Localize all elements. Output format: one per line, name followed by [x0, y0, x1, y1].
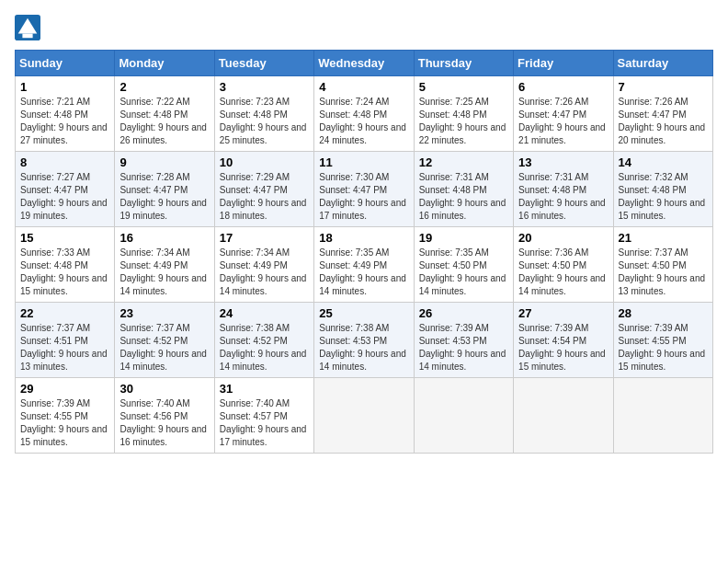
- day-number: 25: [319, 306, 408, 320]
- logo-icon: [15, 15, 40, 40]
- day-info: Sunrise: 7:23 AM Sunset: 4:48 PM Dayligh…: [220, 96, 309, 147]
- calendar-cell: 19 Sunrise: 7:35 AM Sunset: 4:50 PM Dayl…: [414, 227, 513, 303]
- day-info: Sunrise: 7:29 AM Sunset: 4:47 PM Dayligh…: [220, 171, 309, 223]
- calendar-header-row: SundayMondayTuesdayWednesdayThursdayFrid…: [16, 51, 713, 76]
- calendar-cell: 16 Sunrise: 7:34 AM Sunset: 4:49 PM Dayl…: [115, 227, 214, 303]
- header-monday: Monday: [115, 51, 214, 76]
- day-number: 20: [518, 231, 608, 245]
- day-number: 2: [119, 80, 209, 94]
- day-number: 18: [319, 231, 408, 245]
- day-info: Sunrise: 7:31 AM Sunset: 4:48 PM Dayligh…: [518, 171, 608, 223]
- day-info: Sunrise: 7:25 AM Sunset: 4:48 PM Dayligh…: [419, 96, 508, 147]
- day-info: Sunrise: 7:38 AM Sunset: 4:52 PM Dayligh…: [220, 322, 309, 373]
- header-friday: Friday: [514, 51, 613, 76]
- day-info: Sunrise: 7:31 AM Sunset: 4:48 PM Dayligh…: [419, 171, 508, 223]
- logo: [15, 15, 44, 40]
- day-number: 7: [619, 80, 708, 94]
- day-number: 9: [119, 155, 209, 169]
- calendar-cell: 3 Sunrise: 7:23 AM Sunset: 4:48 PM Dayli…: [214, 76, 313, 152]
- day-number: 23: [119, 306, 209, 320]
- day-info: Sunrise: 7:36 AM Sunset: 4:50 PM Dayligh…: [518, 247, 608, 298]
- calendar-cell: 6 Sunrise: 7:26 AM Sunset: 4:47 PM Dayli…: [514, 76, 613, 152]
- day-info: Sunrise: 7:22 AM Sunset: 4:48 PM Dayligh…: [119, 96, 209, 147]
- day-number: 30: [119, 382, 209, 396]
- calendar-cell: 4 Sunrise: 7:24 AM Sunset: 4:48 PM Dayli…: [314, 76, 414, 152]
- calendar-cell: 7 Sunrise: 7:26 AM Sunset: 4:47 PM Dayli…: [613, 76, 712, 152]
- day-info: Sunrise: 7:26 AM Sunset: 4:47 PM Dayligh…: [518, 96, 608, 147]
- calendar-week-2: 8 Sunrise: 7:27 AM Sunset: 4:47 PM Dayli…: [16, 152, 713, 227]
- day-info: Sunrise: 7:37 AM Sunset: 4:52 PM Dayligh…: [119, 322, 209, 373]
- day-number: 28: [619, 306, 708, 320]
- calendar-cell: 30 Sunrise: 7:40 AM Sunset: 4:56 PM Dayl…: [115, 378, 214, 454]
- day-number: 29: [20, 382, 109, 396]
- calendar-cell: 15 Sunrise: 7:33 AM Sunset: 4:48 PM Dayl…: [16, 227, 115, 303]
- day-number: 19: [419, 231, 508, 245]
- svg-rect-2: [22, 34, 32, 39]
- calendar-week-1: 1 Sunrise: 7:21 AM Sunset: 4:48 PM Dayli…: [16, 76, 713, 152]
- day-info: Sunrise: 7:34 AM Sunset: 4:49 PM Dayligh…: [119, 247, 209, 298]
- day-number: 22: [20, 306, 109, 320]
- calendar-cell: [514, 378, 613, 454]
- calendar-week-3: 15 Sunrise: 7:33 AM Sunset: 4:48 PM Dayl…: [16, 227, 713, 303]
- day-number: 6: [518, 80, 608, 94]
- day-info: Sunrise: 7:32 AM Sunset: 4:48 PM Dayligh…: [619, 171, 708, 223]
- calendar-cell: 27 Sunrise: 7:39 AM Sunset: 4:54 PM Dayl…: [514, 303, 613, 378]
- day-info: Sunrise: 7:21 AM Sunset: 4:48 PM Dayligh…: [20, 96, 109, 147]
- calendar-cell: [613, 378, 712, 454]
- calendar-week-4: 22 Sunrise: 7:37 AM Sunset: 4:51 PM Dayl…: [16, 303, 713, 378]
- calendar-cell: 5 Sunrise: 7:25 AM Sunset: 4:48 PM Dayli…: [414, 76, 513, 152]
- day-info: Sunrise: 7:26 AM Sunset: 4:47 PM Dayligh…: [619, 96, 708, 147]
- day-number: 13: [518, 155, 608, 169]
- day-info: Sunrise: 7:38 AM Sunset: 4:53 PM Dayligh…: [319, 322, 408, 373]
- calendar-cell: 24 Sunrise: 7:38 AM Sunset: 4:52 PM Dayl…: [214, 303, 313, 378]
- day-info: Sunrise: 7:39 AM Sunset: 4:55 PM Dayligh…: [20, 397, 109, 449]
- day-info: Sunrise: 7:39 AM Sunset: 4:55 PM Dayligh…: [619, 322, 708, 373]
- day-info: Sunrise: 7:24 AM Sunset: 4:48 PM Dayligh…: [319, 96, 408, 147]
- page-header: [15, 15, 713, 40]
- day-number: 14: [619, 155, 708, 169]
- calendar-cell: 26 Sunrise: 7:39 AM Sunset: 4:53 PM Dayl…: [414, 303, 513, 378]
- day-number: 21: [619, 231, 708, 245]
- calendar-cell: 10 Sunrise: 7:29 AM Sunset: 4:47 PM Dayl…: [214, 152, 313, 227]
- day-info: Sunrise: 7:39 AM Sunset: 4:54 PM Dayligh…: [518, 322, 608, 373]
- day-number: 1: [20, 80, 109, 94]
- day-number: 15: [20, 231, 109, 245]
- calendar-cell: 2 Sunrise: 7:22 AM Sunset: 4:48 PM Dayli…: [115, 76, 214, 152]
- day-number: 3: [220, 80, 309, 94]
- calendar-cell: 14 Sunrise: 7:32 AM Sunset: 4:48 PM Dayl…: [613, 152, 712, 227]
- day-info: Sunrise: 7:40 AM Sunset: 4:57 PM Dayligh…: [220, 397, 309, 449]
- calendar-cell: 28 Sunrise: 7:39 AM Sunset: 4:55 PM Dayl…: [613, 303, 712, 378]
- day-number: 8: [20, 155, 109, 169]
- calendar-cell: [414, 378, 513, 454]
- day-number: 12: [419, 155, 508, 169]
- calendar-table: SundayMondayTuesdayWednesdayThursdayFrid…: [15, 50, 713, 454]
- calendar-cell: 9 Sunrise: 7:28 AM Sunset: 4:47 PM Dayli…: [115, 152, 214, 227]
- header-sunday: Sunday: [16, 51, 115, 76]
- day-number: 4: [319, 80, 408, 94]
- day-number: 5: [419, 80, 508, 94]
- calendar-cell: 17 Sunrise: 7:34 AM Sunset: 4:49 PM Dayl…: [214, 227, 313, 303]
- day-number: 27: [518, 306, 608, 320]
- day-info: Sunrise: 7:40 AM Sunset: 4:56 PM Dayligh…: [119, 397, 209, 449]
- day-info: Sunrise: 7:30 AM Sunset: 4:47 PM Dayligh…: [319, 171, 408, 223]
- calendar-week-5: 29 Sunrise: 7:39 AM Sunset: 4:55 PM Dayl…: [16, 378, 713, 454]
- calendar-cell: [314, 378, 414, 454]
- day-number: 16: [119, 231, 209, 245]
- calendar-cell: 25 Sunrise: 7:38 AM Sunset: 4:53 PM Dayl…: [314, 303, 414, 378]
- day-info: Sunrise: 7:37 AM Sunset: 4:51 PM Dayligh…: [20, 322, 109, 373]
- day-info: Sunrise: 7:33 AM Sunset: 4:48 PM Dayligh…: [20, 247, 109, 298]
- header-thursday: Thursday: [414, 51, 513, 76]
- day-info: Sunrise: 7:34 AM Sunset: 4:49 PM Dayligh…: [220, 247, 309, 298]
- calendar-cell: 22 Sunrise: 7:37 AM Sunset: 4:51 PM Dayl…: [16, 303, 115, 378]
- header-tuesday: Tuesday: [214, 51, 313, 76]
- header-saturday: Saturday: [613, 51, 712, 76]
- day-number: 11: [319, 155, 408, 169]
- day-info: Sunrise: 7:39 AM Sunset: 4:53 PM Dayligh…: [419, 322, 508, 373]
- calendar-cell: 8 Sunrise: 7:27 AM Sunset: 4:47 PM Dayli…: [16, 152, 115, 227]
- day-number: 17: [220, 231, 309, 245]
- calendar-cell: 18 Sunrise: 7:35 AM Sunset: 4:49 PM Dayl…: [314, 227, 414, 303]
- day-number: 26: [419, 306, 508, 320]
- calendar-cell: 31 Sunrise: 7:40 AM Sunset: 4:57 PM Dayl…: [214, 378, 313, 454]
- day-number: 10: [220, 155, 309, 169]
- calendar-cell: 13 Sunrise: 7:31 AM Sunset: 4:48 PM Dayl…: [514, 152, 613, 227]
